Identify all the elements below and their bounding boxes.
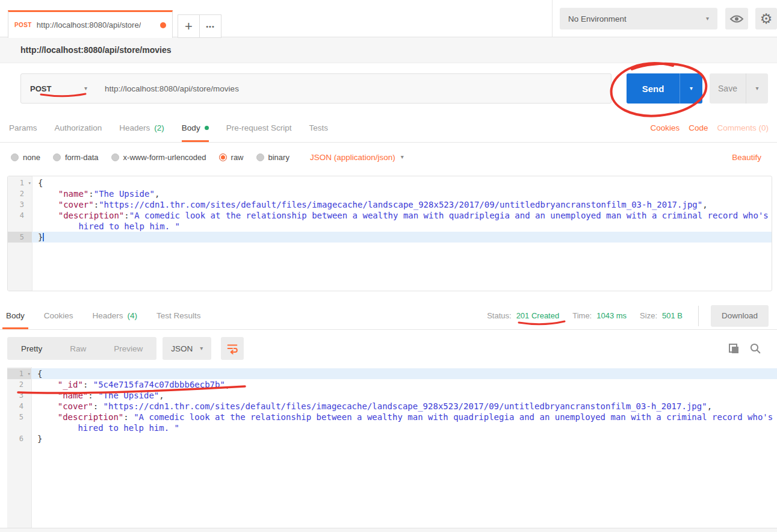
response-tab-body[interactable]: Body: [2, 302, 28, 329]
method-select[interactable]: POST ▾: [20, 73, 97, 104]
beautify-link[interactable]: Beautify: [732, 153, 761, 162]
tab-body[interactable]: Body: [182, 114, 209, 142]
download-button[interactable]: Download: [711, 305, 769, 327]
line-number: 2: [19, 380, 23, 389]
line-number: 3: [20, 200, 24, 209]
response-view-switch: Pretty Raw Preview: [7, 337, 156, 360]
body-type-radio-group: none form-data x-www-form-urlencoded raw…: [11, 153, 302, 162]
send-button-label[interactable]: Send: [627, 73, 679, 104]
eye-icon: [729, 14, 744, 24]
url-input[interactable]: [96, 73, 611, 104]
radio-binary[interactable]: binary: [256, 153, 289, 162]
line-number: 6: [19, 435, 23, 443]
radio-icon: [11, 153, 19, 161]
chevron-down-icon: ▾: [84, 85, 87, 91]
request-tab[interactable]: POST http://localhost:8080/api/store/: [8, 10, 173, 38]
radio-raw[interactable]: raw: [219, 153, 244, 162]
chevron-down-icon: ▾: [200, 345, 203, 351]
fold-caret-icon[interactable]: ▾: [28, 178, 31, 188]
line-number: 5: [19, 413, 23, 421]
environment-value: No Environment: [568, 14, 627, 23]
radio-selected-icon: [219, 153, 227, 161]
request-body-editor[interactable]: 1▾ { 2 "name":"The Upside", 3 "cover":"h…: [7, 176, 772, 291]
more-tabs-button[interactable]: •••: [199, 14, 221, 38]
line-number: 4: [20, 211, 24, 220]
radio-icon: [53, 153, 61, 161]
ellipsis-icon: •••: [206, 23, 215, 30]
chevron-down-icon: ▾: [690, 85, 693, 91]
breadcrumb: http://localhost:8080/api/store/movies: [0, 37, 777, 63]
line-number: 3: [19, 391, 23, 400]
line-number: 4: [19, 402, 23, 410]
radio-icon: [256, 153, 264, 161]
topbar-divider: [552, 0, 553, 37]
code-line-active: 5 }: [8, 232, 772, 243]
tab-params[interactable]: Params: [9, 114, 37, 142]
save-button[interactable]: Save ▾: [710, 73, 768, 104]
plus-icon: +: [185, 19, 193, 34]
code-line: 1▾ {: [8, 178, 772, 188]
environment-select[interactable]: No Environment ▾: [560, 8, 717, 29]
size-label: Size:: [640, 311, 657, 320]
send-button[interactable]: Send ▾: [627, 73, 702, 104]
tab-method-label: POST: [14, 22, 32, 28]
text-cursor: [43, 233, 44, 241]
send-options-button[interactable]: ▾: [679, 73, 702, 104]
tab-headers[interactable]: Headers (2): [119, 114, 164, 142]
code-line: 2 "_id": "5c4e715fa74c07dbbb6ecb7b",: [7, 379, 777, 390]
code-line: 5 "description": "A comedic look at the …: [7, 412, 777, 433]
response-tab-test-results[interactable]: Test Results: [153, 302, 205, 329]
content-type-select[interactable]: JSON (application/json) ▾: [310, 153, 404, 162]
body-indicator-dot-icon: [205, 126, 209, 130]
new-tab-button[interactable]: +: [178, 14, 200, 38]
status-label: Status:: [487, 311, 511, 320]
tab-pre-request-script[interactable]: Pre-request Script: [226, 114, 292, 142]
search-response-button[interactable]: [749, 342, 761, 354]
method-value: POST: [30, 84, 51, 93]
time-label: Time:: [572, 311, 592, 320]
comments-link[interactable]: Comments (0): [717, 123, 769, 132]
time-value: 1043 ms: [596, 311, 627, 320]
response-format-select[interactable]: JSON ▾: [163, 337, 211, 360]
tab-tests[interactable]: Tests: [309, 114, 328, 142]
radio-none[interactable]: none: [11, 153, 40, 162]
chevron-down-icon: ▾: [706, 16, 709, 22]
headers-count-badge: (2): [154, 123, 164, 132]
chevron-down-icon: ▾: [755, 85, 758, 91]
code-link[interactable]: Code: [689, 123, 708, 132]
line-number: 1: [19, 370, 23, 378]
tab-url-label: http://localhost:8080/api/store/: [37, 20, 141, 29]
environment-quick-look-button[interactable]: [725, 8, 748, 29]
view-preview[interactable]: Preview: [100, 337, 156, 360]
view-pretty[interactable]: Pretty: [7, 337, 56, 360]
code-line: 4 "cover": "https://cdn1.thr.com/sites/d…: [7, 401, 777, 412]
line-number: 2: [20, 190, 24, 198]
top-bar: POST http://localhost:8080/api/store/ + …: [0, 0, 777, 37]
response-tab-cookies[interactable]: Cookies: [40, 302, 77, 329]
save-options-button[interactable]: ▾: [746, 73, 768, 104]
tab-authorization[interactable]: Authorization: [55, 114, 102, 142]
unsaved-changes-dot-icon: [160, 22, 166, 28]
code-line: 4 "description":"A comedic look at the r…: [8, 210, 772, 232]
response-tabs-row: Body Cookies Headers (4) Test Results St…: [0, 302, 777, 330]
wrap-lines-button[interactable]: [221, 337, 244, 360]
code-line-active: 1▾ {: [7, 368, 777, 379]
save-button-label[interactable]: Save: [710, 73, 746, 104]
radio-form-data[interactable]: form-data: [53, 153, 99, 162]
fold-caret-icon[interactable]: ▾: [28, 368, 31, 379]
code-line: 3 "name": "The Upside",: [7, 390, 777, 401]
divider: [698, 306, 699, 326]
code-line: 2 "name":"The Upside",: [8, 188, 772, 199]
size-value: 501 B: [662, 311, 683, 320]
response-tab-headers[interactable]: Headers (4): [89, 302, 141, 329]
wrap-text-icon: [226, 342, 239, 355]
body-type-row: none form-data x-www-form-urlencoded raw…: [0, 143, 777, 172]
cookies-link[interactable]: Cookies: [650, 123, 679, 132]
copy-response-button[interactable]: [729, 344, 739, 354]
radio-icon: [111, 153, 119, 161]
radio-x-www-form-urlencoded[interactable]: x-www-form-urlencoded: [111, 153, 206, 162]
view-raw[interactable]: Raw: [56, 337, 100, 360]
response-body-viewer[interactable]: 1▾ { 2 "_id": "5c4e715fa74c07dbbb6ecb7b"…: [7, 367, 777, 528]
request-tabs: Params Authorization Headers (2) Body Pr…: [0, 114, 777, 143]
settings-button[interactable]: ⚙: [755, 8, 777, 29]
